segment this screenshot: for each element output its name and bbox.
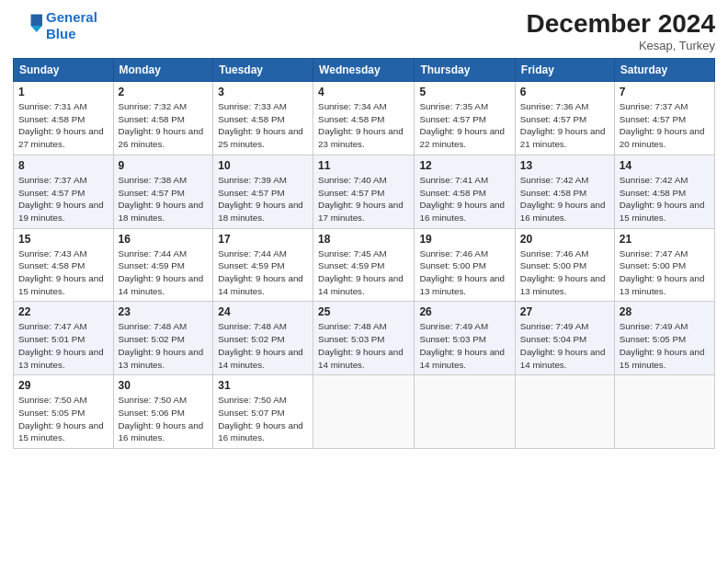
day-number: 18 xyxy=(318,233,409,246)
table-row: 30 Sunrise: 7:50 AM Sunset: 5:06 PM Dayl… xyxy=(113,375,213,449)
table-row: 10 Sunrise: 7:39 AM Sunset: 4:57 PM Dayl… xyxy=(213,155,313,228)
table-row: 9 Sunrise: 7:38 AM Sunset: 4:57 PM Dayli… xyxy=(113,155,213,228)
day-number: 6 xyxy=(520,86,609,98)
table-row: 18 Sunrise: 7:45 AM Sunset: 4:59 PM Dayl… xyxy=(313,228,415,302)
table-row: 2 Sunrise: 7:32 AM Sunset: 4:58 PM Dayli… xyxy=(113,82,213,155)
table-row: 4 Sunrise: 7:34 AM Sunset: 4:58 PM Dayli… xyxy=(313,82,415,155)
col-thursday: Thursday xyxy=(415,59,515,82)
table-row: 25 Sunrise: 7:48 AM Sunset: 5:03 PM Dayl… xyxy=(313,302,415,375)
day-number: 23 xyxy=(119,305,209,318)
col-saturday: Saturday xyxy=(614,59,714,82)
title-block: December 2024 Kesap, Turkey xyxy=(527,9,715,52)
day-info: Sunrise: 7:45 AM Sunset: 4:59 PM Dayligh… xyxy=(318,247,409,298)
day-info: Sunrise: 7:32 AM Sunset: 4:58 PM Dayligh… xyxy=(119,100,209,151)
table-row: 6 Sunrise: 7:36 AM Sunset: 4:57 PM Dayli… xyxy=(515,82,614,155)
svg-marker-1 xyxy=(31,15,42,26)
day-number: 4 xyxy=(318,86,409,98)
table-row: 21 Sunrise: 7:47 AM Sunset: 5:00 PM Dayl… xyxy=(614,228,714,302)
table-row: 26 Sunrise: 7:49 AM Sunset: 5:03 PM Dayl… xyxy=(415,302,515,375)
table-row: 16 Sunrise: 7:44 AM Sunset: 4:59 PM Dayl… xyxy=(113,228,213,302)
month-year: December 2024 xyxy=(527,9,715,39)
day-number: 13 xyxy=(520,159,609,172)
day-info: Sunrise: 7:47 AM Sunset: 5:00 PM Dayligh… xyxy=(620,247,710,298)
day-number: 30 xyxy=(119,379,209,392)
day-number: 1 xyxy=(18,86,108,98)
svg-rect-3 xyxy=(13,11,29,40)
col-sunday: Sunday xyxy=(14,59,114,82)
header: General Blue December 2024 Kesap, Turkey xyxy=(13,9,715,52)
table-row: 17 Sunrise: 7:44 AM Sunset: 4:59 PM Dayl… xyxy=(213,228,313,302)
day-info: Sunrise: 7:39 AM Sunset: 4:57 PM Dayligh… xyxy=(218,174,308,224)
col-wednesday: Wednesday xyxy=(313,59,415,82)
day-info: Sunrise: 7:44 AM Sunset: 4:59 PM Dayligh… xyxy=(119,247,209,298)
table-row: 23 Sunrise: 7:48 AM Sunset: 5:02 PM Dayl… xyxy=(113,302,213,375)
day-info: Sunrise: 7:42 AM Sunset: 4:58 PM Dayligh… xyxy=(620,174,710,224)
day-number: 16 xyxy=(119,233,209,246)
day-info: Sunrise: 7:37 AM Sunset: 4:57 PM Dayligh… xyxy=(18,174,108,224)
day-number: 24 xyxy=(218,305,308,318)
table-row xyxy=(313,375,415,449)
day-info: Sunrise: 7:35 AM Sunset: 4:57 PM Dayligh… xyxy=(419,100,509,151)
calendar-week-row: 8 Sunrise: 7:37 AM Sunset: 4:57 PM Dayli… xyxy=(14,155,715,228)
table-row: 29 Sunrise: 7:50 AM Sunset: 5:05 PM Dayl… xyxy=(14,375,114,449)
day-info: Sunrise: 7:41 AM Sunset: 4:58 PM Dayligh… xyxy=(419,174,509,224)
table-row: 19 Sunrise: 7:46 AM Sunset: 5:00 PM Dayl… xyxy=(415,228,515,302)
day-number: 22 xyxy=(18,305,108,318)
day-number: 2 xyxy=(119,86,209,98)
day-number: 17 xyxy=(218,233,308,246)
day-info: Sunrise: 7:46 AM Sunset: 5:00 PM Dayligh… xyxy=(520,247,609,298)
location: Kesap, Turkey xyxy=(527,39,715,52)
calendar-week-row: 15 Sunrise: 7:43 AM Sunset: 4:58 PM Dayl… xyxy=(14,228,715,302)
day-number: 10 xyxy=(218,159,308,172)
table-row: 15 Sunrise: 7:43 AM Sunset: 4:58 PM Dayl… xyxy=(14,228,114,302)
calendar-header-row: Sunday Monday Tuesday Wednesday Thursday… xyxy=(14,59,715,82)
day-info: Sunrise: 7:38 AM Sunset: 4:57 PM Dayligh… xyxy=(119,174,209,224)
table-row xyxy=(515,375,614,449)
day-info: Sunrise: 7:46 AM Sunset: 5:00 PM Dayligh… xyxy=(419,247,509,298)
table-row: 20 Sunrise: 7:46 AM Sunset: 5:00 PM Dayl… xyxy=(515,228,614,302)
day-info: Sunrise: 7:36 AM Sunset: 4:57 PM Dayligh… xyxy=(520,100,609,151)
table-row: 28 Sunrise: 7:49 AM Sunset: 5:05 PM Dayl… xyxy=(614,302,714,375)
day-number: 28 xyxy=(620,305,710,318)
table-row: 8 Sunrise: 7:37 AM Sunset: 4:57 PM Dayli… xyxy=(14,155,114,228)
calendar-week-row: 1 Sunrise: 7:31 AM Sunset: 4:58 PM Dayli… xyxy=(14,82,715,155)
table-row: 11 Sunrise: 7:40 AM Sunset: 4:57 PM Dayl… xyxy=(313,155,415,228)
col-monday: Monday xyxy=(113,59,213,82)
day-number: 26 xyxy=(419,305,509,318)
table-row: 3 Sunrise: 7:33 AM Sunset: 4:58 PM Dayli… xyxy=(213,82,313,155)
calendar: Sunday Monday Tuesday Wednesday Thursday… xyxy=(13,58,715,449)
table-row: 14 Sunrise: 7:42 AM Sunset: 4:58 PM Dayl… xyxy=(614,155,714,228)
logo-icon xyxy=(13,11,42,40)
table-row: 5 Sunrise: 7:35 AM Sunset: 4:57 PM Dayli… xyxy=(415,82,515,155)
day-number: 21 xyxy=(620,233,710,246)
day-number: 3 xyxy=(218,86,308,98)
day-number: 15 xyxy=(18,233,108,246)
day-info: Sunrise: 7:44 AM Sunset: 4:59 PM Dayligh… xyxy=(218,247,308,298)
day-info: Sunrise: 7:50 AM Sunset: 5:07 PM Dayligh… xyxy=(218,394,308,444)
day-info: Sunrise: 7:47 AM Sunset: 5:01 PM Dayligh… xyxy=(18,320,108,371)
day-number: 7 xyxy=(620,86,710,98)
table-row xyxy=(415,375,515,449)
day-number: 5 xyxy=(419,86,509,98)
day-number: 20 xyxy=(520,233,609,246)
col-tuesday: Tuesday xyxy=(213,59,313,82)
day-number: 12 xyxy=(419,159,509,172)
day-number: 31 xyxy=(218,379,308,392)
table-row: 13 Sunrise: 7:42 AM Sunset: 4:58 PM Dayl… xyxy=(515,155,614,228)
day-info: Sunrise: 7:34 AM Sunset: 4:58 PM Dayligh… xyxy=(318,100,409,151)
table-row: 1 Sunrise: 7:31 AM Sunset: 4:58 PM Dayli… xyxy=(14,82,114,155)
day-info: Sunrise: 7:43 AM Sunset: 4:58 PM Dayligh… xyxy=(18,247,108,298)
calendar-week-row: 22 Sunrise: 7:47 AM Sunset: 5:01 PM Dayl… xyxy=(14,302,715,375)
day-info: Sunrise: 7:49 AM Sunset: 5:05 PM Dayligh… xyxy=(620,320,710,371)
day-number: 27 xyxy=(520,305,609,318)
day-number: 29 xyxy=(18,379,108,392)
page: General Blue December 2024 Kesap, Turkey… xyxy=(0,0,728,563)
day-info: Sunrise: 7:48 AM Sunset: 5:02 PM Dayligh… xyxy=(119,320,209,371)
day-info: Sunrise: 7:49 AM Sunset: 5:03 PM Dayligh… xyxy=(419,320,509,371)
day-number: 9 xyxy=(119,159,209,172)
day-info: Sunrise: 7:48 AM Sunset: 5:02 PM Dayligh… xyxy=(218,320,308,371)
day-info: Sunrise: 7:50 AM Sunset: 5:05 PM Dayligh… xyxy=(18,394,108,444)
table-row: 24 Sunrise: 7:48 AM Sunset: 5:02 PM Dayl… xyxy=(213,302,313,375)
day-info: Sunrise: 7:50 AM Sunset: 5:06 PM Dayligh… xyxy=(119,394,209,444)
table-row: 22 Sunrise: 7:47 AM Sunset: 5:01 PM Dayl… xyxy=(14,302,114,375)
